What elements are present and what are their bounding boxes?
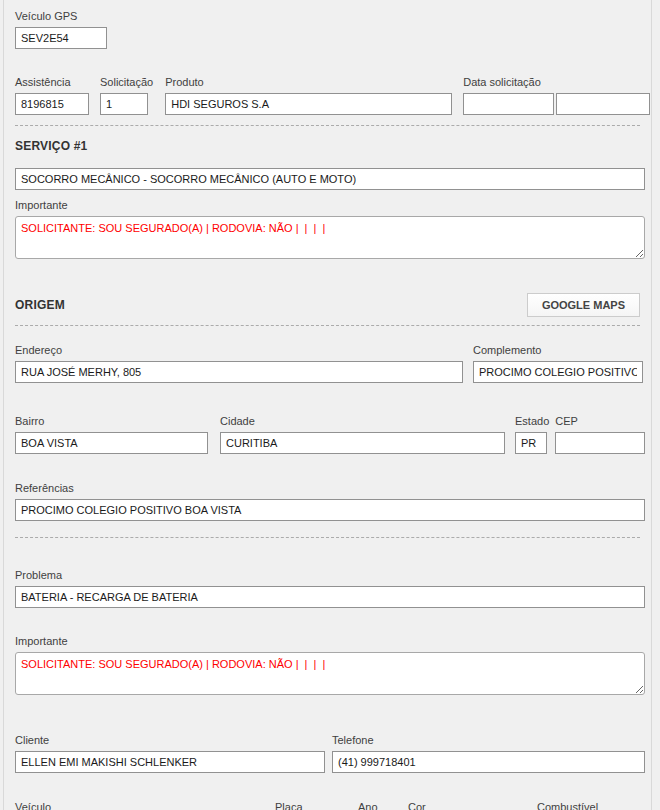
vehicle-row: Veículo Placa Ano Cor Combustível bbox=[15, 801, 640, 810]
problem-important-label: Importante bbox=[15, 635, 640, 647]
address-field: Endereço bbox=[15, 344, 463, 383]
city-input[interactable] bbox=[220, 432, 505, 454]
problem-label: Problema bbox=[15, 569, 640, 581]
request-label: Solicitação bbox=[100, 76, 153, 88]
service-section-header: SERVIÇO #1 bbox=[15, 139, 640, 153]
client-field: Cliente bbox=[15, 734, 325, 773]
district-input[interactable] bbox=[15, 432, 208, 454]
references-input[interactable] bbox=[15, 499, 645, 521]
origin-section-header: ORIGEM bbox=[15, 298, 65, 312]
year-label: Ano bbox=[358, 801, 400, 810]
city-label: Cidade bbox=[220, 415, 505, 427]
plate-label: Placa bbox=[275, 801, 350, 810]
fuel-label: Combustível bbox=[537, 801, 645, 810]
zip-input[interactable] bbox=[555, 432, 645, 454]
address-label: Endereço bbox=[15, 344, 463, 356]
address-input[interactable] bbox=[15, 361, 463, 383]
phone-input[interactable] bbox=[332, 751, 645, 773]
state-input[interactable] bbox=[515, 432, 547, 454]
color-label: Cor bbox=[408, 801, 528, 810]
client-row: Cliente Telefone bbox=[15, 734, 640, 773]
assistance-label: Assistência bbox=[15, 76, 89, 88]
assistance-input[interactable] bbox=[15, 93, 89, 115]
problem-important-textarea[interactable]: SOLICITANTE: SOU SEGURADO(A) | RODOVIA: … bbox=[15, 652, 645, 695]
complement-input[interactable] bbox=[473, 361, 643, 383]
complement-label: Complemento bbox=[473, 344, 643, 356]
client-input[interactable] bbox=[15, 751, 325, 773]
request-input[interactable] bbox=[100, 93, 148, 115]
vehicle-gps-input[interactable] bbox=[15, 27, 107, 49]
state-label: Estado bbox=[515, 415, 549, 427]
client-label: Cliente bbox=[15, 734, 325, 746]
request-date-input[interactable] bbox=[463, 93, 554, 115]
district-row: Bairro Cidade Estado CEP bbox=[15, 415, 640, 454]
google-maps-button[interactable]: GOOGLE MAPS bbox=[527, 293, 640, 317]
phone-field: Telefone bbox=[332, 734, 645, 773]
address-row: Endereço Complemento bbox=[15, 344, 640, 383]
complement-field: Complemento bbox=[473, 344, 643, 383]
separator bbox=[15, 125, 640, 126]
state-field: Estado bbox=[515, 415, 549, 454]
plate-field: Placa bbox=[275, 801, 350, 810]
fuel-field: Combustível bbox=[537, 801, 645, 810]
vehicle-gps-label: Veículo GPS bbox=[15, 10, 107, 22]
separator bbox=[15, 325, 640, 326]
product-label: Produto bbox=[165, 76, 452, 88]
request-field: Solicitação bbox=[100, 76, 153, 115]
service-important-label: Importante bbox=[15, 199, 640, 211]
year-field: Ano bbox=[358, 801, 400, 810]
separator bbox=[15, 537, 640, 538]
vehicle-gps-field: Veículo GPS bbox=[15, 10, 107, 49]
assistance-field: Assistência bbox=[15, 76, 89, 115]
request-date-label: Data solicitação bbox=[463, 76, 650, 88]
zip-label: CEP bbox=[555, 415, 645, 427]
request-date-field: Data solicitação bbox=[463, 76, 650, 115]
vehicle-label: Veículo bbox=[15, 801, 267, 810]
product-input[interactable] bbox=[165, 93, 452, 115]
origin-header-row: ORIGEM GOOGLE MAPS bbox=[15, 293, 640, 317]
vehicle-field: Veículo bbox=[15, 801, 267, 810]
product-field: Produto bbox=[165, 76, 452, 115]
service-important-textarea[interactable]: SOLICITANTE: SOU SEGURADO(A) | RODOVIA: … bbox=[15, 216, 645, 259]
service-form-panel: Veículo GPS Assistência Solicitação Prod… bbox=[3, 0, 652, 810]
city-field: Cidade bbox=[220, 415, 505, 454]
phone-label: Telefone bbox=[332, 734, 645, 746]
assistance-row: Assistência Solicitação Produto Data sol… bbox=[15, 76, 640, 115]
zip-field: CEP bbox=[555, 415, 645, 454]
request-time-input[interactable] bbox=[556, 93, 650, 115]
references-label: Referências bbox=[15, 482, 640, 494]
service-input[interactable] bbox=[15, 168, 645, 190]
district-label: Bairro bbox=[15, 415, 208, 427]
district-field: Bairro bbox=[15, 415, 208, 454]
problem-input[interactable] bbox=[15, 586, 645, 608]
color-field: Cor bbox=[408, 801, 528, 810]
